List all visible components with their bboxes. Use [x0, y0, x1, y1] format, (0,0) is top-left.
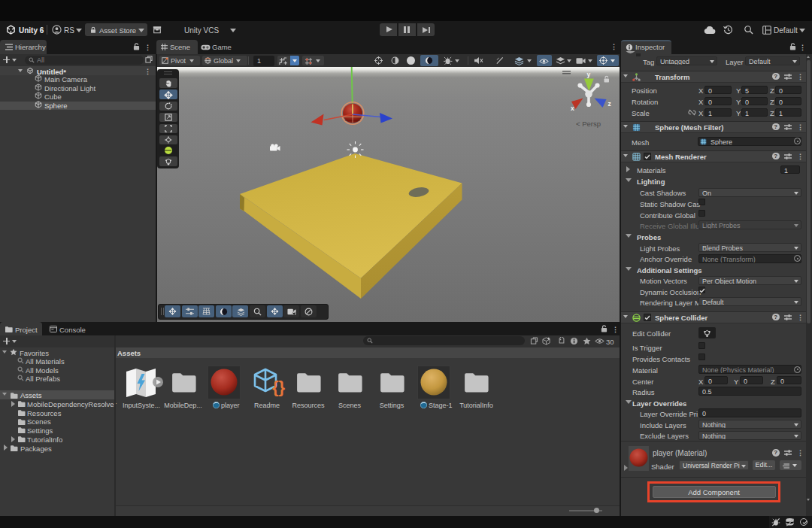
svg-text:˂ Persp: ˂ Persp — [576, 120, 601, 128]
svg-text:y: y — [587, 71, 591, 78]
svg-text:x: x — [571, 105, 574, 112]
svg-text:{}: {} — [272, 378, 286, 396]
svg-text:z: z — [608, 100, 611, 108]
